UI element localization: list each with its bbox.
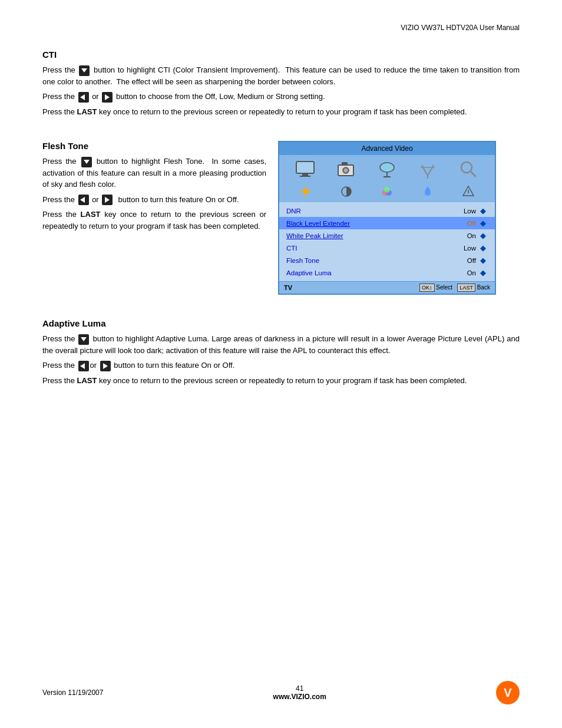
- al-row-arrow: ◆: [478, 268, 488, 277]
- logo-letter: V: [504, 686, 511, 700]
- cti-title: CTI: [42, 50, 520, 60]
- adv-icons-row2: [279, 183, 495, 202]
- dnr-value: Low: [449, 207, 478, 215]
- cti-para1: Press the button to highlight CTI (Color…: [42, 64, 520, 87]
- small-icon-5: [461, 185, 475, 199]
- flesh-tone-text: Flesh Tone Press the button to highlight…: [42, 141, 266, 235]
- right-arrow-icon-2: [102, 195, 113, 205]
- small-icon-4: [421, 185, 435, 199]
- adv-row-al: Adaptive Luma On ◆: [279, 266, 495, 279]
- ble-value: Off: [449, 220, 478, 227]
- right-arrow-icon-3: [100, 361, 111, 371]
- page-header: VIZIO VW37L HDTV20A User Manual: [42, 24, 520, 32]
- flesh-row-arrow: ◆: [478, 256, 488, 265]
- contrast-icon: [340, 185, 353, 198]
- satellite-svg-icon: [376, 159, 398, 179]
- svg-rect-0: [296, 162, 314, 173]
- adv-video-title: Advanced Video: [279, 142, 495, 155]
- camera-icon-wrap: [336, 159, 357, 180]
- dnr-label: DNR: [286, 207, 449, 215]
- small-icon-1: [299, 185, 313, 199]
- adv-row-ble: Black Level Extender Off ◆: [279, 217, 495, 229]
- svg-rect-4: [342, 162, 348, 166]
- svg-point-16: [303, 189, 309, 195]
- small-icon-3: [380, 185, 394, 199]
- menu-icon-3: [78, 334, 89, 345]
- sharpness-icon: [462, 185, 475, 198]
- adv-video-container: Advanced Video: [278, 141, 496, 295]
- left-arrow-icon-3: [78, 361, 89, 371]
- menu-icon: [79, 65, 90, 76]
- small-icon-2: [339, 185, 353, 199]
- antenna-icon-wrap: [417, 159, 438, 180]
- footer-center: 41 www.VIZIO.com: [273, 684, 326, 701]
- last-key-badge: LAST: [457, 284, 475, 292]
- al-row-label: Adaptive Luma: [286, 269, 449, 276]
- website-text: www.VIZIO.com: [273, 693, 326, 701]
- page-number: 41: [273, 684, 326, 693]
- dnr-arrow: ◆: [478, 206, 488, 215]
- wpl-arrow: ◆: [478, 231, 488, 240]
- adaptive-para2: Press the or button to turn this feature…: [42, 360, 520, 371]
- adaptive-para3: Press the LAST key once to return to the…: [42, 375, 520, 387]
- flesh-row-value: Off: [449, 257, 478, 264]
- version-text: Version 11/19/2007: [42, 689, 103, 697]
- cti-row-value: Low: [449, 245, 478, 252]
- flesh-tone-section: Flesh Tone Press the button to highlight…: [42, 141, 520, 295]
- ble-label: Black Level Extender: [286, 220, 449, 227]
- svg-point-7: [380, 163, 394, 172]
- svg-rect-1: [302, 173, 308, 176]
- svg-line-15: [471, 172, 475, 176]
- flesh-tone-title: Flesh Tone: [42, 141, 266, 151]
- monitor-svg-icon: [295, 160, 316, 178]
- adaptive-para1: Press the button to highlight Adaptive L…: [42, 333, 520, 356]
- flesh-para2: Press the or button to turn this feature…: [42, 194, 266, 206]
- svg-point-24: [384, 187, 390, 193]
- svg-line-11: [428, 165, 434, 176]
- camera-svg-icon: [336, 160, 357, 178]
- color-icon: [381, 185, 394, 198]
- manual-title: VIZIO VW37L HDTV20A User Manual: [401, 24, 520, 32]
- adv-footer-controls: OK↕ Select LAST Back: [419, 284, 490, 292]
- satellite-icon-wrap: [376, 159, 398, 180]
- wpl-value: On: [449, 232, 478, 239]
- page-footer: Version 11/19/2007 41 www.VIZIO.com V: [0, 681, 562, 704]
- tint-icon: [421, 185, 434, 198]
- adaptive-luma-title: Adaptive Luma: [42, 318, 520, 328]
- last-key-3: LAST: [77, 376, 97, 385]
- adv-video-rows: DNR Low ◆ Black Level Extender Off ◆ Whi…: [279, 202, 495, 281]
- sun-icon: [299, 185, 312, 198]
- antenna-svg-icon: [417, 159, 438, 179]
- flesh-para1: Press the button to highlight Flesh Tone…: [42, 156, 266, 190]
- adv-row-wpl: White Peak Limiter On ◆: [279, 229, 495, 242]
- advanced-video-panel: Advanced Video: [278, 141, 520, 295]
- ble-arrow: ◆: [478, 219, 488, 228]
- magnifier-icon-wrap: [458, 159, 479, 180]
- svg-point-6: [344, 169, 348, 172]
- cti-row-label: CTI: [286, 245, 449, 252]
- adv-video-footer: TV OK↕ Select LAST Back: [279, 281, 495, 294]
- adaptive-luma-section: Adaptive Luma Press the button to highli…: [42, 318, 520, 386]
- left-arrow-icon: [78, 92, 89, 103]
- wpl-label: White Peak Limiter: [286, 232, 449, 239]
- adv-footer-tv: TV: [284, 284, 292, 291]
- magnifier-svg-icon: [459, 160, 478, 179]
- menu-icon-2: [81, 157, 92, 167]
- cti-section: CTI Press the button to highlight CTI (C…: [42, 50, 520, 117]
- cti-para2: Press the or button to choose from the O…: [42, 91, 520, 103]
- select-key-badge: OK↕: [419, 284, 435, 292]
- cti-para3: Press the LAST key once to return to the…: [42, 106, 520, 118]
- vizio-logo: V: [496, 681, 520, 704]
- adv-row-flesh: Flesh Tone Off ◆: [279, 254, 495, 266]
- right-arrow-icon: [102, 92, 113, 103]
- al-row-value: On: [449, 269, 478, 276]
- adv-icons-row1: [279, 155, 495, 183]
- page-content: VIZIO VW37L HDTV20A User Manual CTI Pres…: [0, 0, 562, 425]
- last-key-2: LAST: [81, 210, 101, 219]
- flesh-para3: Press the LAST key once to return to the…: [42, 209, 266, 232]
- left-arrow-icon-2: [78, 195, 89, 205]
- monitor-icon-wrap: [295, 159, 316, 180]
- flesh-row-label: Flesh Tone: [286, 257, 449, 264]
- adv-row-cti: CTI Low ◆: [279, 242, 495, 254]
- adv-row-dnr: DNR Low ◆: [279, 205, 495, 217]
